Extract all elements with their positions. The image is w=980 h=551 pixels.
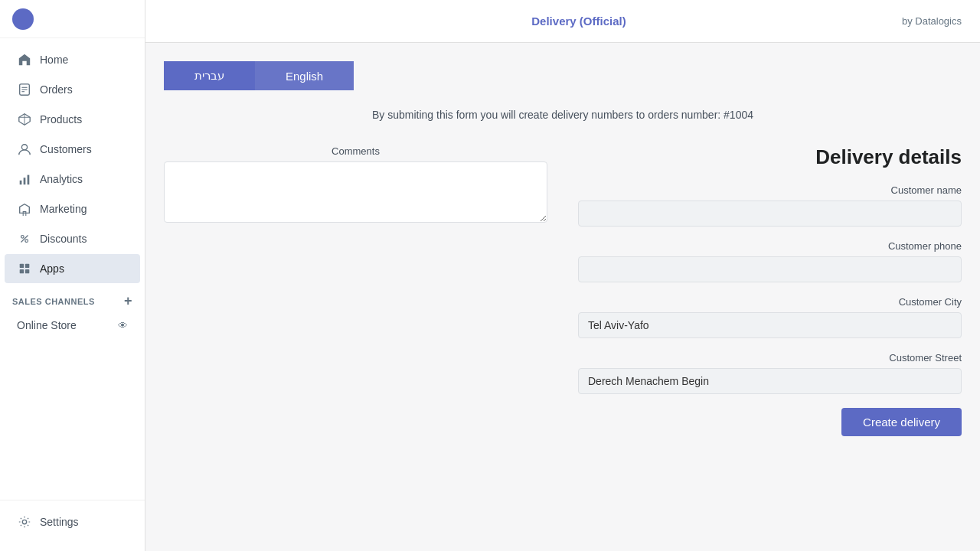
- analytics-icon: [17, 171, 32, 187]
- sidebar-logo: [0, 0, 145, 38]
- sidebar-item-online-store[interactable]: Online Store 👁: [5, 313, 140, 337]
- sidebar-item-discounts[interactable]: Discounts: [5, 224, 140, 253]
- products-icon: [17, 112, 32, 127]
- customer-name-input[interactable]: [578, 201, 962, 227]
- comments-section: Comments: [164, 145, 547, 436]
- english-lang-button[interactable]: English: [255, 61, 354, 90]
- home-icon: [17, 52, 32, 67]
- settings-icon: [17, 514, 32, 530]
- comments-label: Comments: [164, 145, 547, 157]
- svg-rect-8: [20, 181, 22, 184]
- sidebar-item-products-label: Products: [40, 113, 82, 126]
- main-content: Delivery (Official) by Datalogics עברית …: [145, 0, 980, 551]
- customer-street-label: Customer Street: [578, 352, 962, 364]
- svg-point-11: [21, 236, 24, 239]
- svg-rect-14: [20, 264, 24, 268]
- customer-phone-field-group: Customer phone: [578, 240, 962, 282]
- sidebar-item-products[interactable]: Products: [5, 105, 140, 134]
- customer-name-label: Customer name: [578, 184, 962, 196]
- topbar-title: Delivery (Official): [531, 15, 626, 28]
- sidebar-item-apps[interactable]: Apps: [5, 254, 140, 283]
- sidebar-item-discounts-label: Discounts: [40, 233, 87, 245]
- sidebar-item-analytics[interactable]: Analytics: [5, 165, 140, 194]
- svg-rect-10: [28, 175, 30, 185]
- svg-point-12: [25, 240, 28, 243]
- customer-street-input[interactable]: [578, 368, 962, 394]
- delivery-details-section: Delivery details Customer name Customer …: [578, 145, 962, 436]
- customer-phone-label: Customer phone: [578, 240, 962, 252]
- eye-icon: 👁: [118, 320, 128, 331]
- customer-street-field-group: Customer Street: [578, 352, 962, 394]
- sidebar-item-customers-label: Customers: [40, 143, 92, 155]
- customer-name-field-group: Customer name: [578, 184, 962, 227]
- customers-icon: [17, 142, 32, 157]
- sidebar-item-orders-label: Orders: [40, 83, 73, 96]
- sidebar-item-home[interactable]: Home: [5, 45, 140, 74]
- add-sales-channel-icon[interactable]: +: [124, 293, 132, 309]
- topbar-by: by Datalogics: [902, 15, 962, 27]
- form-area: Comments Delivery details Customer name …: [164, 145, 962, 436]
- marketing-icon: [17, 201, 32, 217]
- online-store-icons: 👁: [118, 320, 128, 331]
- svg-point-18: [22, 520, 26, 523]
- sidebar-item-marketing-label: Marketing: [40, 203, 87, 215]
- sales-channels-label: SALES CHANNELS: [12, 297, 95, 306]
- info-text: By submiting this form you will create d…: [164, 109, 962, 121]
- apps-icon: [17, 261, 32, 276]
- discounts-icon: [17, 231, 32, 246]
- customer-city-field-group: Customer City: [578, 296, 962, 338]
- svg-rect-15: [25, 264, 29, 268]
- svg-rect-9: [24, 178, 26, 184]
- content-area: עברית English By submiting this form you…: [145, 43, 980, 551]
- shopify-logo-icon: [12, 8, 34, 30]
- sidebar-item-home-label: Home: [40, 54, 68, 66]
- sidebar-item-orders[interactable]: Orders: [5, 75, 140, 104]
- sales-channels-section: SALES CHANNELS +: [0, 284, 145, 312]
- svg-rect-16: [20, 269, 24, 273]
- svg-rect-17: [25, 269, 29, 273]
- create-delivery-button[interactable]: Create delivery: [841, 408, 962, 436]
- hebrew-lang-button[interactable]: עברית: [164, 61, 255, 90]
- sidebar-item-marketing[interactable]: Marketing: [5, 194, 140, 223]
- svg-line-13: [21, 236, 28, 243]
- delivery-details-title: Delivery details: [578, 145, 962, 169]
- online-store-label: Online Store: [17, 319, 77, 331]
- sidebar-footer: Settings: [0, 500, 145, 543]
- sidebar-nav: Home Orders Products Customers: [0, 38, 145, 500]
- svg-point-7: [21, 145, 27, 150]
- customer-city-input[interactable]: [578, 312, 962, 338]
- sidebar-item-customers[interactable]: Customers: [5, 135, 140, 164]
- customer-phone-input[interactable]: [578, 256, 962, 282]
- customer-city-label: Customer City: [578, 296, 962, 308]
- comments-textarea[interactable]: [164, 161, 547, 223]
- sidebar-item-apps-label: Apps: [40, 262, 64, 275]
- topbar: Delivery (Official) by Datalogics: [145, 0, 980, 43]
- sidebar-item-settings-label: Settings: [40, 516, 79, 528]
- orders-icon: [17, 82, 32, 97]
- language-toggle: עברית English: [164, 61, 962, 90]
- sidebar-item-analytics-label: Analytics: [40, 173, 83, 185]
- sidebar: Home Orders Products Customers: [0, 0, 145, 551]
- sidebar-item-settings[interactable]: Settings: [5, 507, 140, 536]
